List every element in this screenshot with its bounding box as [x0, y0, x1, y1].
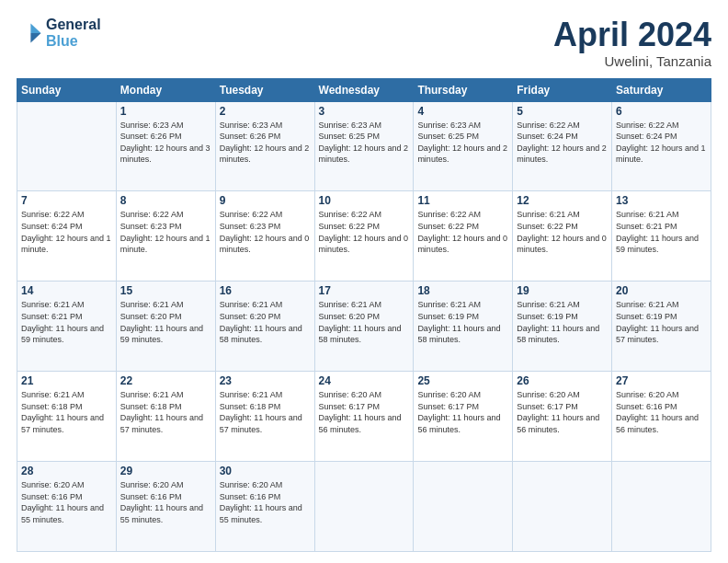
day-number: 3: [319, 105, 410, 118]
day-number: 5: [517, 105, 608, 118]
day-number: 2: [220, 105, 311, 118]
day-info: Sunrise: 6:21 AMSunset: 6:21 PMDaylight:…: [616, 209, 707, 255]
table-row: 14Sunrise: 6:21 AMSunset: 6:21 PMDayligh…: [17, 282, 117, 372]
table-row: 5Sunrise: 6:22 AMSunset: 6:24 PMDaylight…: [513, 101, 612, 191]
day-info: Sunrise: 6:22 AMSunset: 6:22 PMDaylight:…: [417, 209, 508, 255]
table-row: 13Sunrise: 6:21 AMSunset: 6:21 PMDayligh…: [612, 191, 711, 282]
table-row: [414, 462, 513, 552]
table-row: 25Sunrise: 6:20 AMSunset: 6:17 PMDayligh…: [414, 372, 513, 462]
day-number: 15: [120, 284, 211, 297]
month-title: April 2024: [553, 17, 711, 53]
table-row: 10Sunrise: 6:22 AMSunset: 6:22 PMDayligh…: [314, 191, 414, 282]
day-number: 21: [21, 374, 112, 387]
day-number: 26: [517, 374, 608, 387]
day-info: Sunrise: 6:23 AMSunset: 6:25 PMDaylight:…: [417, 120, 508, 166]
day-info: Sunrise: 6:21 AMSunset: 6:18 PMDaylight:…: [21, 389, 112, 435]
table-row: 19Sunrise: 6:21 AMSunset: 6:19 PMDayligh…: [513, 282, 612, 372]
day-info: Sunrise: 6:20 AMSunset: 6:16 PMDaylight:…: [21, 479, 112, 525]
day-info: Sunrise: 6:23 AMSunset: 6:26 PMDaylight:…: [220, 120, 311, 166]
day-info: Sunrise: 6:21 AMSunset: 6:19 PMDaylight:…: [616, 299, 707, 345]
title-block: April 2024 Uwelini, Tanzania: [553, 17, 711, 69]
day-number: 23: [220, 374, 311, 387]
day-number: 18: [417, 284, 508, 297]
logo-text-line2: Blue: [46, 33, 101, 50]
day-number: 24: [319, 374, 410, 387]
table-row: 24Sunrise: 6:20 AMSunset: 6:17 PMDayligh…: [314, 372, 414, 462]
logo: General Blue: [17, 17, 101, 49]
day-info: Sunrise: 6:21 AMSunset: 6:18 PMDaylight:…: [120, 389, 211, 435]
logo-text-line1: General: [46, 17, 101, 33]
calendar-week-row: 14Sunrise: 6:21 AMSunset: 6:21 PMDayligh…: [17, 282, 711, 372]
table-row: 4Sunrise: 6:23 AMSunset: 6:25 PMDaylight…: [414, 101, 513, 191]
day-info: Sunrise: 6:23 AMSunset: 6:25 PMDaylight:…: [319, 120, 410, 166]
table-row: 7Sunrise: 6:22 AMSunset: 6:24 PMDaylight…: [17, 191, 117, 282]
header-sunday: Sunday: [17, 78, 117, 101]
calendar-week-row: 21Sunrise: 6:21 AMSunset: 6:18 PMDayligh…: [17, 372, 711, 462]
day-number: 9: [220, 194, 311, 207]
day-number: 7: [21, 194, 112, 207]
table-row: 11Sunrise: 6:22 AMSunset: 6:22 PMDayligh…: [414, 191, 513, 282]
calendar-table: Sunday Monday Tuesday Wednesday Thursday…: [17, 78, 711, 552]
day-info: Sunrise: 6:21 AMSunset: 6:22 PMDaylight:…: [517, 209, 608, 255]
table-row: 16Sunrise: 6:21 AMSunset: 6:20 PMDayligh…: [215, 282, 314, 372]
day-info: Sunrise: 6:21 AMSunset: 6:21 PMDaylight:…: [21, 299, 112, 345]
day-info: Sunrise: 6:21 AMSunset: 6:19 PMDaylight:…: [517, 299, 608, 345]
day-number: 27: [616, 374, 707, 387]
day-number: 10: [319, 194, 410, 207]
day-number: 4: [417, 105, 508, 118]
svg-marker-0: [30, 23, 40, 33]
header-saturday: Saturday: [612, 78, 711, 101]
day-info: Sunrise: 6:23 AMSunset: 6:26 PMDaylight:…: [120, 120, 211, 166]
day-number: 11: [417, 194, 508, 207]
table-row: 17Sunrise: 6:21 AMSunset: 6:20 PMDayligh…: [314, 282, 414, 372]
svg-marker-1: [30, 33, 40, 43]
day-number: 28: [21, 465, 112, 477]
day-number: 20: [616, 284, 707, 297]
location: Uwelini, Tanzania: [553, 53, 711, 69]
table-row: 1Sunrise: 6:23 AMSunset: 6:26 PMDaylight…: [116, 101, 215, 191]
day-info: Sunrise: 6:22 AMSunset: 6:24 PMDaylight:…: [616, 120, 707, 166]
table-row: [17, 101, 117, 191]
day-info: Sunrise: 6:20 AMSunset: 6:16 PMDaylight:…: [616, 389, 707, 435]
day-number: 25: [417, 374, 508, 387]
day-number: 12: [517, 194, 608, 207]
calendar-header-row: Sunday Monday Tuesday Wednesday Thursday…: [17, 78, 711, 101]
day-number: 14: [21, 284, 112, 297]
table-row: 15Sunrise: 6:21 AMSunset: 6:20 PMDayligh…: [116, 282, 215, 372]
day-info: Sunrise: 6:22 AMSunset: 6:22 PMDaylight:…: [319, 209, 410, 255]
table-row: [612, 462, 711, 552]
day-info: Sunrise: 6:21 AMSunset: 6:18 PMDaylight:…: [220, 389, 311, 435]
table-row: 8Sunrise: 6:22 AMSunset: 6:23 PMDaylight…: [116, 191, 215, 282]
table-row: 2Sunrise: 6:23 AMSunset: 6:26 PMDaylight…: [215, 101, 314, 191]
day-info: Sunrise: 6:22 AMSunset: 6:24 PMDaylight:…: [21, 209, 112, 255]
table-row: 26Sunrise: 6:20 AMSunset: 6:17 PMDayligh…: [513, 372, 612, 462]
day-info: Sunrise: 6:22 AMSunset: 6:23 PMDaylight:…: [220, 209, 311, 255]
table-row: 12Sunrise: 6:21 AMSunset: 6:22 PMDayligh…: [513, 191, 612, 282]
table-row: 23Sunrise: 6:21 AMSunset: 6:18 PMDayligh…: [215, 372, 314, 462]
day-number: 19: [517, 284, 608, 297]
page-header: General Blue April 2024 Uwelini, Tanzani…: [17, 17, 711, 69]
table-row: 27Sunrise: 6:20 AMSunset: 6:16 PMDayligh…: [612, 372, 711, 462]
day-number: 8: [120, 194, 211, 207]
table-row: 9Sunrise: 6:22 AMSunset: 6:23 PMDaylight…: [215, 191, 314, 282]
calendar-week-row: 7Sunrise: 6:22 AMSunset: 6:24 PMDaylight…: [17, 191, 711, 282]
day-info: Sunrise: 6:20 AMSunset: 6:17 PMDaylight:…: [517, 389, 608, 435]
table-row: 22Sunrise: 6:21 AMSunset: 6:18 PMDayligh…: [116, 372, 215, 462]
header-tuesday: Tuesday: [215, 78, 314, 101]
table-row: 21Sunrise: 6:21 AMSunset: 6:18 PMDayligh…: [17, 372, 117, 462]
day-info: Sunrise: 6:22 AMSunset: 6:24 PMDaylight:…: [517, 120, 608, 166]
table-row: 30Sunrise: 6:20 AMSunset: 6:16 PMDayligh…: [215, 462, 314, 552]
header-wednesday: Wednesday: [314, 78, 414, 101]
table-row: [513, 462, 612, 552]
day-info: Sunrise: 6:22 AMSunset: 6:23 PMDaylight:…: [120, 209, 211, 255]
table-row: 29Sunrise: 6:20 AMSunset: 6:16 PMDayligh…: [116, 462, 215, 552]
day-info: Sunrise: 6:20 AMSunset: 6:16 PMDaylight:…: [120, 479, 211, 525]
header-friday: Friday: [513, 78, 612, 101]
header-monday: Monday: [116, 78, 215, 101]
day-number: 22: [120, 374, 211, 387]
table-row: 20Sunrise: 6:21 AMSunset: 6:19 PMDayligh…: [612, 282, 711, 372]
calendar-week-row: 1Sunrise: 6:23 AMSunset: 6:26 PMDaylight…: [17, 101, 711, 191]
table-row: 3Sunrise: 6:23 AMSunset: 6:25 PMDaylight…: [314, 101, 414, 191]
day-info: Sunrise: 6:20 AMSunset: 6:17 PMDaylight:…: [417, 389, 508, 435]
table-row: [314, 462, 414, 552]
